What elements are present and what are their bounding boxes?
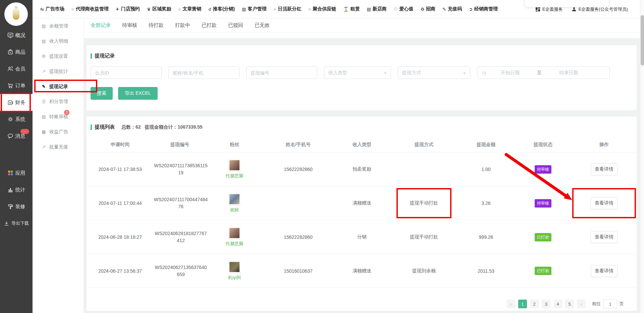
sidebar-item-goods[interactable]: 商品: [0, 44, 33, 60]
sidebar-item-system[interactable]: 系统: [0, 111, 33, 128]
tab-paid[interactable]: 已打款: [202, 22, 217, 29]
topnav-investment[interactable]: ♻招商: [420, 6, 435, 12]
topnav-rental[interactable]: ⌛租赁: [343, 6, 360, 12]
topnav-love-value[interactable]: ♡爱心值: [394, 6, 414, 12]
tab-paying[interactable]: 打款中: [175, 22, 190, 29]
page-button-5[interactable]: 5: [565, 300, 574, 308]
goto-page-input[interactable]: [603, 300, 617, 308]
submenu-balance-management[interactable]: ▤余额管理: [33, 18, 84, 34]
cell-withdraw-method: 提现手动打款: [390, 200, 458, 206]
submenu-income-detail[interactable]: ▤收入明细: [33, 34, 84, 49]
topnav-label: 广告市场: [46, 6, 64, 12]
chevron-down-icon: ∨: [463, 71, 466, 75]
member-id-input[interactable]: [91, 66, 162, 79]
topnav-label: 新店商: [373, 6, 387, 12]
col-fan: 粉丝: [206, 142, 263, 148]
sidebar-main-group: 概况 商品 会员 订单 ¥ 财务 系统: [0, 27, 33, 144]
topnav-label: 爱心值: [399, 6, 413, 12]
page-button-1[interactable]: 1: [518, 300, 527, 308]
topnav-recharge-code[interactable]: ✎充值码: [442, 6, 462, 12]
submenu-points-management[interactable]: ☰积分管理: [33, 94, 84, 109]
topnav-customer-management[interactable]: ▤客户管理: [242, 6, 266, 12]
sidebar-label: 订单: [15, 83, 25, 89]
sidebar-item-messages[interactable]: 消息 ...: [0, 128, 33, 144]
cell-income-type: 满额赠送: [333, 200, 390, 206]
export-excel-button[interactable]: 导出 EXCEL: [118, 87, 158, 100]
topnav-region-reward[interactable]: ♛区域奖励: [147, 6, 171, 12]
sidebar-item-overview[interactable]: 概况: [0, 27, 33, 44]
topnav-store-booking[interactable]: ✈门店预约: [116, 6, 140, 12]
page-scrollbar[interactable]: [640, 0, 644, 313]
topnav-supply-chain[interactable]: ○聚合供应链: [308, 6, 336, 12]
topnav-ad-market[interactable]: ⇆广告市场: [40, 6, 64, 12]
tab-pending-payment[interactable]: 待打款: [149, 22, 164, 29]
fan-name-link[interactable]: 妮妮: [230, 207, 239, 213]
members-icon: [7, 66, 13, 72]
withdraw-number-input[interactable]: [246, 66, 317, 79]
sidebar-item-stats[interactable]: 统计: [0, 181, 33, 198]
page-button-4[interactable]: 4: [553, 300, 562, 308]
submenu-withdraw-records[interactable]: ✎提现记录: [33, 79, 84, 94]
sidebar-item-members[interactable]: 会员: [0, 60, 33, 77]
topnav-agent-revenue[interactable]: ○代理商收益管理: [71, 6, 109, 12]
topnav-label: 门店预约: [121, 6, 140, 12]
tab-all-records[interactable]: 全部记录: [91, 22, 111, 29]
topnav-dealer-management[interactable]: ➲经销商管理: [469, 6, 498, 12]
submenu-batch-recharge[interactable]: ↗批量充值: [33, 139, 84, 154]
view-detail-button[interactable]: 查看详情: [591, 197, 618, 209]
income-type-placeholder: 收入类型: [328, 70, 347, 76]
cell-fan: 托腮思脑: [206, 227, 263, 247]
next-page-button[interactable]: ›: [577, 300, 586, 308]
customer-management-icon: ▤: [242, 7, 246, 12]
sidebar-item-finance[interactable]: ¥ 财务: [0, 94, 33, 111]
filter-title-text: 提现记录: [95, 53, 115, 59]
date-range-picker[interactable]: ◷ 开始日期 至 结束日期: [477, 66, 610, 79]
paint-roller-icon: [7, 204, 13, 210]
fan-avatar: [229, 160, 240, 171]
cell-withdraw-number: WS20240628181827767412: [154, 230, 206, 244]
tab-rejected[interactable]: 已驳回: [228, 22, 243, 29]
fan-name-link[interactable]: 机lyi阿: [228, 275, 241, 281]
view-detail-button[interactable]: 查看详情: [591, 231, 618, 243]
topnav-article-marketing[interactable]: ○文章营销: [178, 6, 201, 12]
fan-name-link[interactable]: 托腮思脑: [226, 241, 243, 247]
transfer-review-badge: 3: [64, 110, 69, 115]
page-button-2[interactable]: 2: [530, 300, 539, 308]
cell-income-type: 分销: [333, 234, 390, 240]
recycle-icon: ♻: [420, 7, 424, 12]
prev-page-button[interactable]: ‹: [506, 300, 515, 308]
withdraw-method-select[interactable]: 提现方式 ∨: [398, 66, 470, 79]
topnav-label: 经销商管理: [474, 6, 498, 12]
income-type-select[interactable]: 收入类型 ∨: [324, 66, 391, 79]
scrollbar-thumb[interactable]: [641, 15, 644, 65]
shopping-bag-icon: [7, 49, 13, 55]
gear-icon: [7, 116, 13, 122]
page-button-3[interactable]: 3: [542, 300, 550, 308]
submenu-transfer-review[interactable]: ▤转账审核3: [33, 109, 84, 124]
submenu-withdraw-settings[interactable]: ⚙提现设置: [33, 49, 84, 64]
view-detail-button[interactable]: 查看详情: [591, 265, 618, 277]
search-button[interactable]: 搜索: [91, 87, 113, 100]
table-row: 2024-07-11 17:00:44 WS202407111700447484…: [87, 186, 637, 220]
nickname-name-phone-input[interactable]: [168, 66, 239, 79]
ad-market-icon: ⇆: [40, 7, 44, 12]
sidebar-item-decorate[interactable]: 装修: [0, 198, 33, 215]
cell-phone: 15622282860: [263, 234, 333, 240]
tab-pending-review[interactable]: 待审核: [122, 22, 137, 29]
topnav-new-store[interactable]: ▤新店商: [367, 6, 387, 12]
submenu-withdraw-stats[interactable]: ↗提现统计: [33, 64, 84, 79]
view-detail-button[interactable]: 查看详情: [591, 163, 618, 175]
sidebar-item-apps[interactable]: 应用: [0, 165, 33, 181]
topnav-daily-dividend[interactable]: ○日活跃分红: [274, 6, 302, 12]
tab-invalid[interactable]: 已无效: [255, 22, 270, 29]
cell-status: 待审核: [515, 165, 572, 174]
top-navbar: ⇆广告市场 ○代理商收益管理 ✈门店预约 ♛区域奖励 ○文章营销 ☌推客(分销)…: [33, 0, 644, 18]
sidebar-item-export-download[interactable]: 导出下载: [0, 215, 33, 232]
submenu-revenue-ads[interactable]: ▦收益广告: [33, 124, 84, 139]
topnav-tuike-distribution[interactable]: ☌推客(分销): [208, 6, 235, 12]
topnav-label: 代理商收益管理: [76, 6, 109, 12]
fan-name-link[interactable]: 托腮思脑: [226, 173, 243, 179]
sidebar-item-orders[interactable]: 订单: [0, 77, 33, 94]
recharge-code-icon: ✎: [442, 7, 446, 12]
region-reward-icon: ♛: [147, 7, 151, 12]
